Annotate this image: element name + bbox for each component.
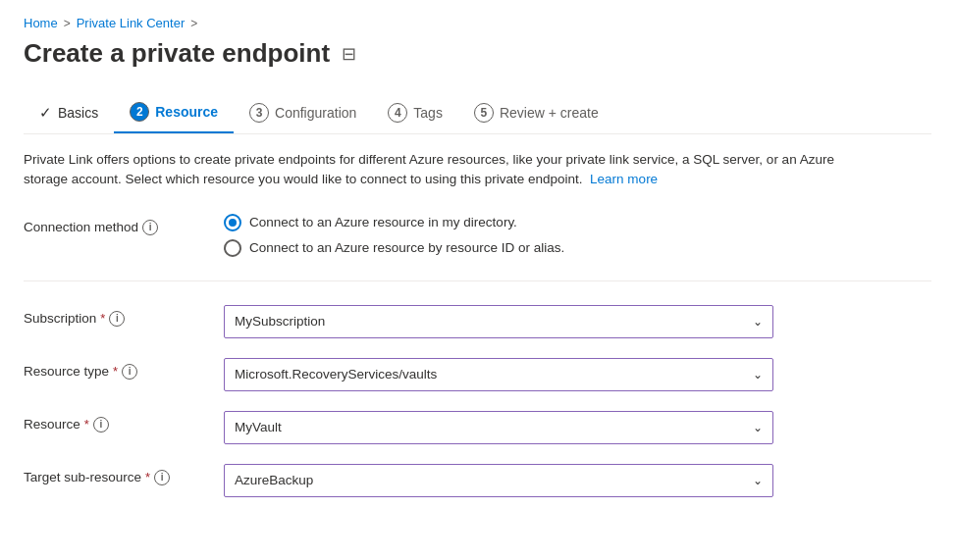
resource-type-label: Resource type * i <box>24 358 200 380</box>
tab-basics[interactable]: ✓ Basics <box>24 94 114 131</box>
radio-resource-id[interactable]: Connect to an Azure resource by resource… <box>224 239 931 257</box>
radio-directory-circle <box>224 214 241 231</box>
subscription-required: * <box>100 311 105 326</box>
resource-control: MyVault ⌄ <box>224 411 931 444</box>
resource-type-required: * <box>113 364 118 379</box>
tab-configuration-label: Configuration <box>275 105 356 121</box>
subscription-row: Subscription * i MySubscription ⌄ <box>24 305 931 338</box>
subscription-chevron-icon: ⌄ <box>753 315 763 329</box>
target-sub-resource-info-icon[interactable]: i <box>154 470 170 485</box>
tab-resource[interactable]: 2 Resource <box>114 92 234 133</box>
resource-type-chevron-icon: ⌄ <box>753 368 763 382</box>
resource-required: * <box>84 417 89 432</box>
tab-resource-num: 2 <box>130 102 149 122</box>
breadcrumb-separator-1: > <box>64 17 71 30</box>
target-sub-resource-dropdown[interactable]: AzureBackup ⌄ <box>224 464 773 497</box>
radio-directory[interactable]: Connect to an Azure resource in my direc… <box>224 214 931 231</box>
resource-label: Resource * i <box>24 411 200 433</box>
tab-tags-label: Tags <box>413 105 443 121</box>
radio-resource-id-circle <box>224 239 241 257</box>
target-sub-resource-control: AzureBackup ⌄ <box>224 464 931 497</box>
tab-review-create-label: Review + create <box>500 105 599 121</box>
subscription-control: MySubscription ⌄ <box>224 305 931 338</box>
tab-configuration-num: 3 <box>249 103 269 123</box>
resource-chevron-icon: ⌄ <box>753 421 763 434</box>
resource-value: MyVault <box>235 420 282 434</box>
connection-method-label: Connection method i <box>24 214 200 235</box>
resource-type-control: Microsoft.RecoveryServices/vaults ⌄ <box>224 358 931 391</box>
tab-resource-label: Resource <box>155 104 218 120</box>
page-title-row: Create a private endpoint ⊟ <box>24 38 931 69</box>
tab-tags[interactable]: 4 Tags <box>372 93 458 132</box>
breadcrumb-home[interactable]: Home <box>24 16 58 30</box>
target-sub-resource-required: * <box>145 470 150 484</box>
print-icon[interactable]: ⊟ <box>342 43 356 65</box>
breadcrumb-private-link-center[interactable]: Private Link Center <box>77 16 186 30</box>
resource-info-icon[interactable]: i <box>93 417 109 433</box>
tab-basics-label: Basics <box>58 105 98 121</box>
resource-type-row: Resource type * i Microsoft.RecoveryServ… <box>24 358 931 391</box>
resource-row: Resource * i MyVault ⌄ <box>24 411 931 444</box>
resource-type-dropdown[interactable]: Microsoft.RecoveryServices/vaults ⌄ <box>224 358 773 391</box>
target-sub-resource-row: Target sub-resource * i AzureBackup ⌄ <box>24 464 931 497</box>
connection-method-info-icon[interactable]: i <box>142 220 158 235</box>
learn-more-link[interactable]: Learn more <box>590 172 658 186</box>
subscription-value: MySubscription <box>235 314 325 329</box>
wizard-tabs: ✓ Basics 2 Resource 3 Configuration 4 Ta… <box>24 92 931 134</box>
breadcrumb: Home > Private Link Center > <box>24 16 931 30</box>
target-sub-resource-value: AzureBackup <box>235 473 313 487</box>
description-text: Private Link offers options to create pr… <box>24 150 868 190</box>
tab-review-create-num: 5 <box>474 103 494 123</box>
target-sub-resource-chevron-icon: ⌄ <box>753 474 763 487</box>
subscription-dropdown[interactable]: MySubscription ⌄ <box>224 305 773 338</box>
resource-dropdown[interactable]: MyVault ⌄ <box>224 411 773 444</box>
resource-type-info-icon[interactable]: i <box>122 364 137 380</box>
connection-method-row: Connection method i Connect to an Azure … <box>24 214 931 257</box>
form-section: Connection method i Connect to an Azure … <box>24 214 931 497</box>
tab-basics-check: ✓ <box>39 104 52 122</box>
breadcrumb-separator-2: > <box>190 17 197 30</box>
radio-directory-label: Connect to an Azure resource in my direc… <box>249 215 517 229</box>
radio-resource-id-label: Connect to an Azure resource by resource… <box>249 240 564 255</box>
tab-tags-num: 4 <box>388 103 407 123</box>
connection-method-options: Connect to an Azure resource in my direc… <box>224 214 931 257</box>
tab-configuration[interactable]: 3 Configuration <box>234 93 372 132</box>
target-sub-resource-label: Target sub-resource * i <box>24 464 200 485</box>
subscription-info-icon[interactable]: i <box>109 311 125 327</box>
resource-type-value: Microsoft.RecoveryServices/vaults <box>235 367 437 382</box>
tab-review-create[interactable]: 5 Review + create <box>458 93 614 132</box>
subscription-label: Subscription * i <box>24 305 200 327</box>
divider-1 <box>24 280 931 281</box>
page-title: Create a private endpoint <box>24 38 330 69</box>
